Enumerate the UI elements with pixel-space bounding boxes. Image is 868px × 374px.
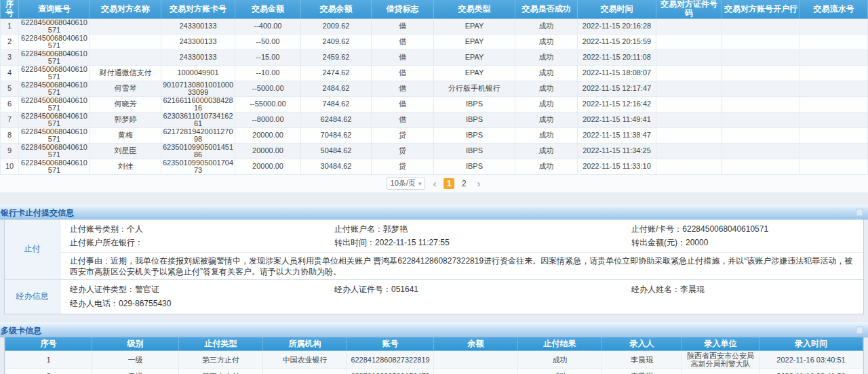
- column-header: 止付类型: [179, 337, 263, 351]
- table-cell: 6228450068040610571: [19, 143, 90, 159]
- table-cell: 6228450068040610571: [19, 34, 90, 49]
- table-cell: 6: [1, 96, 19, 112]
- column-header: 交易类型: [434, 0, 515, 18]
- table-row[interactable]: 106228450068040610571刘佳62350109905001704…: [1, 159, 868, 174]
- table-cell: 李晨琨: [602, 369, 682, 374]
- table-cell: 2022-11-15 11:33:10: [578, 159, 656, 174]
- table-cell: [656, 127, 722, 143]
- handler-row-label: 经办信息: [5, 280, 60, 314]
- table-cell: 第三方止付: [179, 351, 263, 369]
- table-cell: [90, 18, 161, 34]
- column-header: 交易对方名称: [90, 0, 161, 18]
- table-cell: 何雪琴: [90, 81, 161, 96]
- table-row[interactable]: 2二级第三方止付6235010990500170473成功李晨琨2022-11-…: [5, 369, 863, 374]
- column-header: 交易金额: [235, 0, 301, 18]
- table-cell: [722, 159, 800, 174]
- multicard-table: 序号级别止付类型所属机构账号余额止付结果录入人录入单位录入时间 1一级第三方止付…: [5, 337, 863, 374]
- collapse-icon[interactable]: [856, 209, 863, 216]
- table-cell: 50484.62: [301, 143, 372, 159]
- stop-account-type: 止付账号类别：个人: [70, 224, 334, 235]
- table-cell: --15.00: [235, 49, 301, 65]
- multicard-section-title: 多级卡信息: [0, 323, 868, 337]
- table-cell: 刘佳: [90, 159, 161, 174]
- column-header: 止付结果: [518, 337, 602, 351]
- table-row[interactable]: 66228450068040610571何晓芳62166116000038428…: [1, 96, 868, 112]
- table-row[interactable]: 46228450068040610571财付通微信支付1000049901--1…: [1, 65, 868, 81]
- prev-page-button[interactable]: ‹: [431, 179, 437, 188]
- table-cell: 分行版手机银行: [434, 81, 515, 96]
- table-cell: 2022-11-15 11:49:41: [578, 112, 656, 127]
- stop-account-bank: 止付账户所在银行：: [70, 237, 334, 249]
- table-cell: [722, 112, 800, 127]
- column-header: 余额: [434, 337, 518, 351]
- table-cell: 成功: [515, 81, 578, 96]
- table-cell: 1000049901: [161, 65, 235, 81]
- table-cell: [656, 143, 722, 159]
- table-cell: [722, 143, 800, 159]
- table-cell: 贷: [372, 143, 434, 159]
- table-cell: [722, 34, 800, 49]
- table-cell: IBPS: [434, 127, 515, 143]
- table-cell: 6228450068040610571: [19, 65, 90, 81]
- stop-payment-section-title: 银行卡止付提交信息: [0, 205, 868, 220]
- table-cell: 6216611600003842816: [161, 96, 235, 112]
- stop-payment-row-label: 止付: [5, 220, 60, 280]
- table-row[interactable]: 16228450068040610571243300133--400.00200…: [1, 18, 868, 34]
- column-header: 交易余额: [301, 0, 372, 18]
- table-cell: 6235010990500170473: [161, 159, 235, 174]
- table-cell: 4: [1, 65, 19, 81]
- table-row[interactable]: 96228450068040610571刘星臣62350109905001451…: [1, 143, 868, 159]
- table-cell: 2: [5, 369, 92, 374]
- table-cell: [656, 96, 722, 112]
- table-cell: 7484.62: [301, 96, 372, 112]
- collapse-icon[interactable]: [856, 327, 863, 334]
- transactions-table: 序号查询账号交易对方名称交易对方账卡号交易金额交易余额借贷标志交易类型交易是否成…: [0, 0, 868, 175]
- table-cell: 李晨琨: [602, 351, 682, 369]
- table-cell: [90, 49, 161, 65]
- page-size-select[interactable]: 10条/页 ▾: [387, 177, 426, 190]
- transactions-header-row: 序号查询账号交易对方名称交易对方账卡号交易金额交易余额借贷标志交易类型交易是否成…: [1, 0, 868, 18]
- page-button-1[interactable]: 1: [443, 178, 454, 189]
- column-header: 借贷标志: [372, 0, 434, 18]
- table-row[interactable]: 36228450068040610571243300133--15.002459…: [1, 49, 868, 65]
- handler-name: 经办人姓名：李晨琨: [631, 284, 863, 295]
- table-cell: 9010713080100100033099: [161, 81, 235, 96]
- table-row[interactable]: 76228450068040610571郭梦婷62303611010734162…: [1, 112, 868, 127]
- table-row[interactable]: 86228450068040610571黄梅621728194200112709…: [1, 127, 868, 143]
- table-cell: [656, 18, 722, 34]
- stop-payment-details: 止付账号类别：个人 止付账户名：郭梦艳 止付账/卡号：6228450068040…: [60, 220, 863, 280]
- column-header: 序号: [5, 337, 92, 351]
- table-cell: [656, 65, 722, 81]
- table-row[interactable]: 56228450068040610571何雪琴90107130801001000…: [1, 81, 868, 96]
- table-row[interactable]: 1一级第三方止付中国农业银行6228412860827322819成功李晨琨陕西…: [5, 351, 863, 369]
- table-cell: 一级: [92, 351, 179, 369]
- table-cell: [90, 34, 161, 49]
- table-cell: 6228450068040610571: [19, 127, 90, 143]
- table-cell: --55000.00: [235, 96, 301, 112]
- table-row[interactable]: 26228450068040610571243300133--50.002409…: [1, 34, 868, 49]
- page-button-2[interactable]: 2: [458, 178, 469, 189]
- page-list: 12: [443, 178, 469, 189]
- table-cell: 8: [1, 127, 19, 143]
- table-cell: [682, 369, 760, 374]
- table-cell: 第三方止付: [179, 369, 263, 374]
- table-cell: 9: [1, 143, 19, 159]
- table-cell: [722, 49, 800, 65]
- table-cell: 243300133: [161, 49, 235, 65]
- chevron-down-icon: ▾: [418, 180, 422, 187]
- table-cell: 1: [1, 18, 19, 34]
- table-cell: [800, 143, 868, 159]
- table-cell: 6228450068040610571: [19, 18, 90, 34]
- table-cell: 成功: [515, 159, 578, 174]
- table-cell: 2022-11-15 20:15:59: [578, 34, 656, 49]
- next-page-button[interactable]: ›: [475, 179, 481, 188]
- table-cell: 70484.62: [301, 127, 372, 143]
- table-cell: --50.00: [235, 34, 301, 49]
- table-cell: [800, 127, 868, 143]
- table-cell: 刘星臣: [90, 143, 161, 159]
- table-cell: [263, 369, 347, 374]
- table-cell: 6228412860827322819: [347, 351, 434, 369]
- table-cell: 20000.00: [235, 143, 301, 159]
- table-cell: 30484.62: [301, 159, 372, 174]
- table-cell: 成功: [515, 127, 578, 143]
